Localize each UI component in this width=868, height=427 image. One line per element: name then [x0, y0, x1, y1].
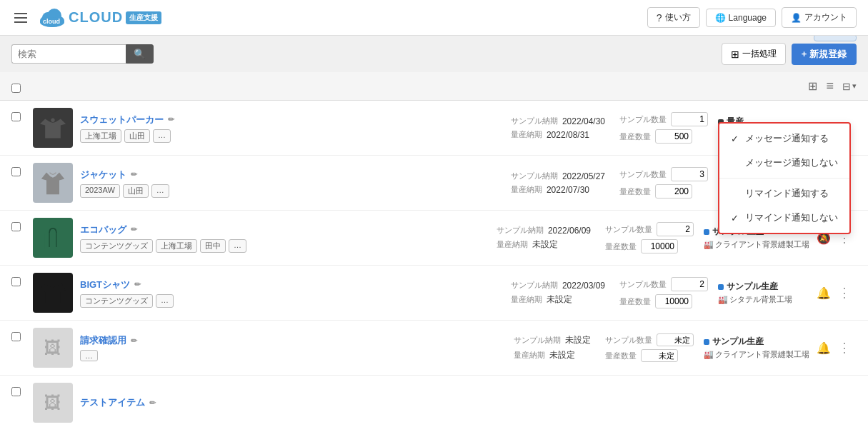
tag-more-1[interactable]: … — [153, 129, 171, 143]
product-info-1: スウェットパーカー ✏ 上海工場 山田 … — [80, 108, 194, 148]
row-checkbox-cell-1 — [11, 108, 33, 148]
mass-date-label-1: 量産納期 — [511, 129, 542, 140]
table-row: 🖼 テストアイテム ✏ — [0, 376, 868, 427]
grid-view-icon[interactable]: ⊞ — [808, 79, 817, 93]
remind-notify-on-item[interactable]: ✓ リマインド通知する — [719, 181, 849, 206]
msg-notify-off-label: メッセージ通知しない — [745, 156, 838, 169]
sample-qty-input-1[interactable] — [671, 112, 708, 126]
bag-icon — [40, 225, 66, 251]
action-buttons: ⊞ 一括処理 + 新規登録 — [722, 43, 857, 65]
remind-notify-on-label: リマインド通知する — [745, 187, 829, 200]
sample-qty-input-3[interactable] — [657, 222, 694, 236]
mass-qty-input-5[interactable] — [641, 349, 678, 362]
bulk-button[interactable]: ⊞ 一括処理 — [722, 43, 786, 65]
sub-header: 🔍 ⊞ 一括処理 + 新規登録 — [0, 36, 868, 72]
row-checkbox-1[interactable] — [11, 112, 21, 121]
product-name-5[interactable]: 請求確認用 ✏ — [80, 334, 194, 347]
product-info-5: 請求確認用 ✏ … — [80, 328, 194, 368]
product-info-2: ジャケット ✏ 2023AW 山田 … — [80, 163, 194, 203]
sample-qty-label-1: サンプル数量 — [619, 114, 667, 125]
tag-more-5[interactable]: … — [80, 350, 98, 361]
product-tags-1: 上海工場 山田 … — [80, 129, 194, 143]
search-button[interactable]: 🔍 — [126, 44, 154, 64]
mass-date-val-1: 2022/08/31 — [547, 130, 589, 140]
logo-cloud-icon: cloud — [39, 8, 66, 28]
sample-qty-input-5[interactable] — [657, 333, 694, 346]
app-header: cloud CLOUD 生産支援 ? 使い方 🌐 Language 👤 アカウン… — [0, 0, 868, 36]
product-name-3[interactable]: エコバッグ ✏ — [80, 223, 246, 236]
product-name-1[interactable]: スウェットパーカー ✏ — [80, 114, 194, 126]
help-button[interactable]: ? 使い方 — [647, 7, 700, 28]
sample-date-label-1: サンプル納期 — [511, 116, 558, 126]
product-name-2[interactable]: ジャケット ✏ — [80, 169, 194, 181]
row-checkbox-5[interactable] — [11, 332, 21, 341]
sweatshirt-icon — [40, 115, 66, 141]
edit-icon-6[interactable]: ✏ — [149, 398, 156, 408]
bell-icon-5[interactable]: 🔔 — [817, 341, 831, 355]
jacket-icon — [40, 170, 66, 196]
product-name-4[interactable]: BIGTシャツ ✏ — [80, 278, 194, 291]
placeholder-image-icon: 🖼 — [44, 338, 61, 358]
language-button[interactable]: 🌐 Language — [706, 9, 776, 27]
product-qty-5: サンプル数量 量産数量 — [599, 328, 699, 368]
more-button-4[interactable]: ⋮ — [835, 283, 854, 302]
select-all-checkbox[interactable] — [11, 84, 21, 93]
mass-qty-input-1[interactable] — [655, 129, 692, 144]
edit-icon-1[interactable]: ✏ — [168, 115, 174, 124]
sample-qty-input-4[interactable] — [671, 277, 708, 291]
header-right: ? 使い方 🌐 Language 👤 アカウント — [647, 7, 857, 28]
popup-divider — [719, 178, 849, 179]
notification-popup: ✓ メッセージ通知する ✓ メッセージ通知しない ✓ リマインド通知する ✓ リ… — [718, 122, 851, 234]
product-dates-3: サンプル納期 2022/06/09 量産納期 未設定 — [488, 218, 599, 258]
sample-date-val-1: 2022/04/30 — [562, 116, 605, 126]
row-checkbox-4[interactable] — [11, 277, 21, 286]
edit-icon-4[interactable]: ✏ — [134, 280, 141, 289]
logo: cloud CLOUD 生産支援 — [39, 8, 161, 28]
product-info-4: BIGTシャツ ✏ コンテンツグッズ … — [80, 273, 194, 313]
new-register-button[interactable]: + 新規登録 — [792, 44, 857, 65]
tag-more-2[interactable]: … — [151, 184, 169, 198]
product-qty-1: サンプル数量 量産数量 — [614, 108, 714, 148]
more-button-5[interactable]: ⋮ — [835, 338, 854, 357]
mass-date-row-1: 量産納期 2022/08/31 — [511, 129, 605, 140]
row-checkbox-3[interactable] — [11, 222, 21, 231]
help-label: 使い方 — [665, 11, 691, 24]
hamburger-button[interactable] — [11, 10, 30, 26]
product-qty-2: サンプル数量 量産数量 — [614, 163, 714, 203]
mass-qty-input-4[interactable] — [655, 294, 692, 308]
mass-qty-input-3[interactable] — [641, 239, 678, 253]
bell-icon-4[interactable]: 🔔 — [817, 286, 831, 300]
product-thumbnail-6: 🖼 — [33, 383, 73, 423]
product-thumbnail-5: 🖼 — [33, 328, 73, 368]
edit-icon-5[interactable]: ✏ — [131, 336, 137, 346]
msg-notify-off-item[interactable]: ✓ メッセージ通知しない — [719, 151, 849, 175]
product-tags-5: … — [80, 350, 194, 361]
edit-icon-3[interactable]: ✏ — [131, 225, 137, 234]
sample-qty-input-2[interactable] — [671, 167, 708, 181]
product-thumbnail-4 — [33, 273, 73, 313]
remind-notify-off-item[interactable]: ✓ リマインド通知しない — [719, 206, 849, 230]
tag-person-2: 山田 — [123, 184, 149, 198]
product-tags-4: コンテンツグッズ … — [80, 294, 194, 308]
msg-notify-on-item[interactable]: ✓ メッセージ通知する — [719, 126, 849, 151]
product-thumbnail-1 — [33, 108, 73, 148]
product-name-6[interactable]: テストアイテム ✏ — [80, 396, 194, 409]
tag-factory-1: 上海工場 — [80, 129, 121, 143]
row-checkbox-cell-4 — [11, 273, 33, 313]
svg-rect-6 — [45, 233, 61, 249]
tag-more-4[interactable]: … — [156, 294, 174, 308]
svg-text:cloud: cloud — [43, 18, 60, 25]
search-input[interactable] — [11, 44, 126, 64]
account-button[interactable]: 👤 アカウント — [782, 7, 857, 28]
edit-icon-2[interactable]: ✏ — [131, 170, 137, 179]
msg-notify-on-label: メッセージ通知する — [745, 132, 829, 145]
tag-more-3[interactable]: … — [229, 239, 246, 253]
filter-icon[interactable]: ≡ — [826, 79, 834, 94]
row-checkbox-cell-5 — [11, 328, 33, 368]
user-icon: 👤 — [791, 13, 802, 23]
row-checkbox-2[interactable] — [11, 167, 21, 176]
row-checkbox-6[interactable] — [11, 387, 21, 396]
mass-qty-row-1: 量産数量 — [619, 129, 708, 144]
table-view-icon[interactable]: ⊟ ▾ — [842, 81, 857, 92]
mass-qty-input-2[interactable] — [655, 184, 692, 199]
